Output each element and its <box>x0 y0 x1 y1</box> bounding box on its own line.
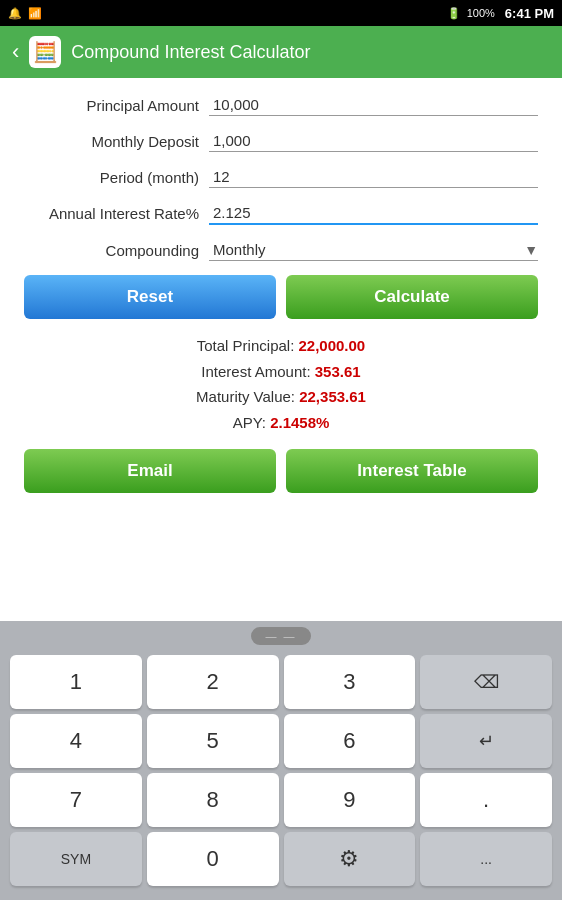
key-8[interactable]: 8 <box>147 773 279 827</box>
interest-amount-label: Interest Amount: <box>201 363 310 380</box>
apy-row: APY: 2.1458% <box>24 410 538 436</box>
handle-bar: — — <box>251 627 311 645</box>
total-principal-label: Total Principal: <box>197 337 295 354</box>
maturity-value-label: Maturity Value: <box>196 388 295 405</box>
main-content: Principal Amount Monthly Deposit Period … <box>0 78 562 509</box>
key-gear[interactable]: ⚙ <box>284 832 416 886</box>
email-button[interactable]: Email <box>24 449 276 493</box>
key-1[interactable]: 1 <box>10 655 142 709</box>
period-label: Period (month) <box>24 169 209 186</box>
maturity-value-value: 22,353.61 <box>299 388 366 405</box>
compounding-select[interactable]: Monthly Quarterly Annually Daily <box>209 239 524 260</box>
key-dot[interactable]: . <box>420 773 552 827</box>
key-0[interactable]: 0 <box>147 832 279 886</box>
gear-icon: ⚙ <box>339 846 359 872</box>
principal-amount-row: Principal Amount <box>24 94 538 116</box>
principal-amount-input[interactable] <box>209 94 538 116</box>
compounding-select-wrap: Monthly Quarterly Annually Daily ▼ <box>209 239 538 261</box>
annual-interest-rate-input[interactable] <box>209 202 538 225</box>
maturity-value-row: Maturity Value: 22,353.61 <box>24 384 538 410</box>
apy-value: 2.1458% <box>270 414 329 431</box>
monthly-deposit-input[interactable] <box>209 130 538 152</box>
app-bar: ‹ 🧮 Compound Interest Calculator <box>0 26 562 78</box>
key-9[interactable]: 9 <box>284 773 416 827</box>
app-icon: 🧮 <box>29 36 61 68</box>
action-buttons-row: Email Interest Table <box>24 449 538 493</box>
app-title: Compound Interest Calculator <box>71 42 310 63</box>
compounding-row: Compounding Monthly Quarterly Annually D… <box>24 239 538 261</box>
keyboard-grid: 1 2 3 ⌫ 4 5 6 ↵ 7 8 9 . SYM 0 ⚙ ... <box>0 647 562 900</box>
notification-icon: 🔔 <box>8 7 22 20</box>
handle-dots: — — <box>265 630 296 642</box>
interest-amount-value: 353.61 <box>315 363 361 380</box>
backspace-icon: ⌫ <box>474 671 499 693</box>
total-principal-value: 22,000.00 <box>298 337 365 354</box>
key-4[interactable]: 4 <box>10 714 142 768</box>
key-3[interactable]: 3 <box>284 655 416 709</box>
period-row: Period (month) <box>24 166 538 188</box>
status-bar: 🔔 📶 🔋 100% 6:41 PM <box>0 0 562 26</box>
results-area: Total Principal: 22,000.00 Interest Amou… <box>24 333 538 435</box>
monthly-deposit-label: Monthly Deposit <box>24 133 209 150</box>
key-enter[interactable]: ↵ <box>420 714 552 768</box>
keyboard-container: — — 1 2 3 ⌫ 4 5 6 ↵ 7 8 9 . SYM 0 ⚙ ... <box>0 621 562 900</box>
apy-label: APY: <box>233 414 266 431</box>
key-6[interactable]: 6 <box>284 714 416 768</box>
compounding-label: Compounding <box>24 242 209 259</box>
principal-amount-label: Principal Amount <box>24 97 209 114</box>
key-2[interactable]: 2 <box>147 655 279 709</box>
battery-icon: 🔋 <box>447 7 461 20</box>
annual-interest-rate-row: Annual Interest Rate% <box>24 202 538 225</box>
interest-amount-row: Interest Amount: 353.61 <box>24 359 538 385</box>
back-button[interactable]: ‹ <box>12 39 19 65</box>
key-7[interactable]: 7 <box>10 773 142 827</box>
battery-percent: 100% <box>467 7 495 19</box>
annual-interest-rate-label: Annual Interest Rate% <box>24 205 209 222</box>
reset-button[interactable]: Reset <box>24 275 276 319</box>
enter-icon: ↵ <box>479 730 494 752</box>
total-principal-row: Total Principal: 22,000.00 <box>24 333 538 359</box>
key-backspace[interactable]: ⌫ <box>420 655 552 709</box>
main-buttons-row: Reset Calculate <box>24 275 538 319</box>
calculator-icon: 🧮 <box>33 40 58 64</box>
dropdown-arrow-icon: ▼ <box>524 242 538 258</box>
interest-table-button[interactable]: Interest Table <box>286 449 538 493</box>
key-5[interactable]: 5 <box>147 714 279 768</box>
monthly-deposit-row: Monthly Deposit <box>24 130 538 152</box>
wifi-icon: 📶 <box>28 7 42 20</box>
key-sym[interactable]: SYM <box>10 832 142 886</box>
calculate-button[interactable]: Calculate <box>286 275 538 319</box>
spacer <box>0 509 562 629</box>
keyboard-handle[interactable]: — — <box>0 621 562 647</box>
status-time: 6:41 PM <box>505 6 554 21</box>
key-more[interactable]: ... <box>420 832 552 886</box>
period-input[interactable] <box>209 166 538 188</box>
